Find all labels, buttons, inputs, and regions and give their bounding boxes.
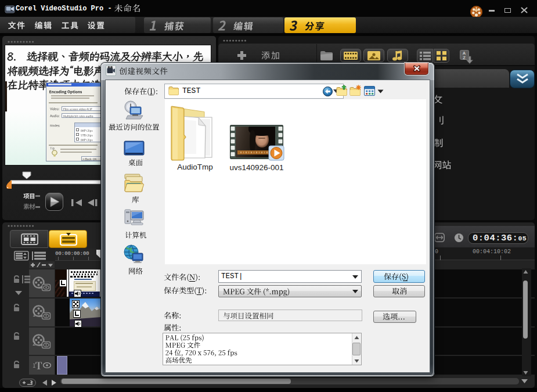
svg-text:Z: Z: [463, 55, 466, 60]
